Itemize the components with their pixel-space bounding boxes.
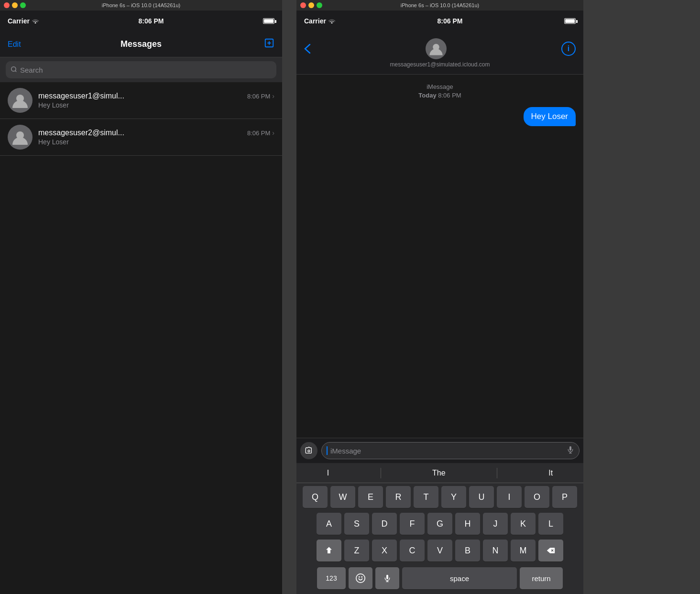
- battery-indicator: [263, 18, 274, 24]
- key-b[interactable]: B: [455, 540, 480, 562]
- wifi-icon: [32, 18, 39, 25]
- key-v[interactable]: V: [427, 540, 452, 562]
- right-traffic-light-yellow[interactable]: [308, 2, 314, 8]
- left-window-title: iPhone 6s – iOS 10.0 (14A5261u): [102, 2, 181, 8]
- messages-area: iMessage Today 8:06 PM Hey Loser: [296, 75, 583, 438]
- key-p[interactable]: P: [552, 486, 577, 508]
- keyboard: I The It Q W E R T Y U I O P A S D F G H: [296, 463, 583, 594]
- key-s[interactable]: S: [344, 513, 369, 535]
- key-k[interactable]: K: [511, 513, 536, 535]
- key-f[interactable]: F: [400, 513, 425, 535]
- conversation-content-2: messagesuser2@simul... 8:06 PM › Hey Los…: [38, 129, 274, 146]
- message-bubble-container-1: Hey Loser: [304, 107, 576, 126]
- right-battery-icon: [564, 18, 576, 24]
- key-g[interactable]: G: [427, 513, 452, 535]
- carrier-info: Carrier: [8, 17, 39, 25]
- space-key[interactable]: space: [402, 567, 517, 589]
- key-o[interactable]: O: [525, 486, 549, 508]
- key-u[interactable]: U: [469, 486, 494, 508]
- right-status-bar: Carrier 8:06 PM: [296, 11, 583, 32]
- right-carrier-label: Carrier: [304, 17, 326, 25]
- right-window-title-bar: iPhone 6s – iOS 10.0 (14A5261u): [296, 0, 583, 11]
- key-r[interactable]: R: [386, 486, 411, 508]
- key-c[interactable]: C: [400, 540, 425, 562]
- search-icon: [11, 66, 17, 74]
- autocomplete-word-3[interactable]: It: [539, 469, 562, 477]
- key-a[interactable]: A: [317, 513, 341, 535]
- time-1: 8:06 PM ›: [247, 92, 274, 100]
- right-carrier-info: Carrier: [304, 17, 336, 25]
- autocomplete-row: I The It: [296, 463, 583, 483]
- traffic-light-red[interactable]: [4, 2, 10, 8]
- conversation-list: messagesuser1@simul... 8:06 PM › Hey Los…: [0, 82, 282, 594]
- autocomplete-word-2[interactable]: The: [423, 469, 455, 477]
- keyboard-row-2: A S D F G H J K L: [296, 511, 583, 537]
- key-j[interactable]: J: [483, 513, 508, 535]
- key-d[interactable]: D: [372, 513, 397, 535]
- conversation-item-2[interactable]: messagesuser2@simul... 8:06 PM › Hey Los…: [0, 119, 282, 156]
- search-bar[interactable]: Search: [6, 61, 276, 78]
- messages-title: Messages: [120, 39, 162, 49]
- return-key[interactable]: return: [520, 567, 563, 589]
- keyboard-mic-key[interactable]: [375, 567, 399, 589]
- traffic-light-yellow[interactable]: [12, 2, 18, 8]
- key-h[interactable]: H: [455, 513, 480, 535]
- imessage-header: iMessage Today 8:06 PM: [304, 82, 576, 99]
- svg-point-3: [11, 66, 16, 71]
- right-traffic-light-green[interactable]: [317, 2, 322, 8]
- right-traffic-light-red[interactable]: [300, 2, 306, 8]
- key-w[interactable]: W: [330, 486, 355, 508]
- chevron-2: ›: [272, 129, 274, 137]
- key-m[interactable]: M: [511, 540, 536, 562]
- search-bar-container: Search: [0, 57, 282, 82]
- svg-point-7: [308, 450, 310, 452]
- message-date-label: Today 8:06 PM: [418, 92, 461, 99]
- autocomplete-divider-2: [497, 468, 497, 478]
- message-input-wrapper[interactable]: iMessage: [321, 442, 580, 459]
- key-x[interactable]: X: [372, 540, 397, 562]
- battery-icon: [263, 18, 274, 24]
- key-l[interactable]: L: [538, 513, 563, 535]
- autocomplete-word-1[interactable]: I: [317, 469, 339, 477]
- message-input-area: iMessage: [296, 438, 583, 463]
- sender-2: messagesuser2@simul...: [38, 129, 124, 137]
- carrier-label: Carrier: [8, 17, 30, 25]
- conversation-item-1[interactable]: messagesuser1@simul... 8:06 PM › Hey Los…: [0, 82, 282, 119]
- keyboard-row-4: 123 space return: [296, 564, 583, 594]
- key-y[interactable]: Y: [441, 486, 466, 508]
- key-n[interactable]: N: [483, 540, 508, 562]
- key-z[interactable]: Z: [344, 540, 369, 562]
- keyboard-row-3: Z X C V B N M: [296, 537, 583, 564]
- messages-list: Hey Loser: [304, 107, 576, 430]
- traffic-light-green[interactable]: [20, 2, 26, 8]
- conversation-content-1: messagesuser1@simul... 8:06 PM › Hey Los…: [38, 92, 274, 109]
- key-t[interactable]: T: [414, 486, 438, 508]
- back-button[interactable]: [304, 43, 311, 54]
- camera-button[interactable]: [300, 442, 317, 459]
- contact-email: messagesuser1@simulated.icloud.com: [390, 61, 490, 68]
- chat-contact-avatar: [426, 38, 447, 59]
- key-q[interactable]: Q: [303, 486, 328, 508]
- edit-button[interactable]: Edit: [8, 40, 21, 49]
- numbers-key[interactable]: 123: [317, 567, 346, 589]
- chat-nav-bar: i messagesuser1@simulated.icloud.com: [296, 32, 583, 75]
- preview-2: Hey Loser: [38, 138, 274, 146]
- key-i[interactable]: I: [497, 486, 522, 508]
- compose-button[interactable]: [264, 38, 274, 51]
- left-time: 8:06 PM: [139, 17, 164, 25]
- shift-key[interactable]: [317, 540, 341, 562]
- input-mic-icon[interactable]: [567, 444, 574, 457]
- emoji-key[interactable]: [349, 567, 372, 589]
- time-2: 8:06 PM ›: [247, 129, 274, 137]
- message-input-placeholder: iMessage: [330, 447, 361, 455]
- left-window-title-bar: iPhone 6s – iOS 10.0 (14A5261u): [0, 0, 282, 11]
- delete-key[interactable]: [538, 540, 563, 562]
- right-wifi-icon: [328, 17, 336, 25]
- avatar-2: [8, 125, 33, 150]
- key-e[interactable]: E: [358, 486, 383, 508]
- messages-nav-bar: Edit Messages: [0, 32, 282, 57]
- sender-1: messagesuser1@simul...: [38, 92, 124, 100]
- right-window-title: iPhone 6s – iOS 10.0 (14A5261u): [401, 2, 480, 8]
- info-button[interactable]: i: [561, 42, 576, 56]
- service-label: iMessage: [427, 83, 453, 90]
